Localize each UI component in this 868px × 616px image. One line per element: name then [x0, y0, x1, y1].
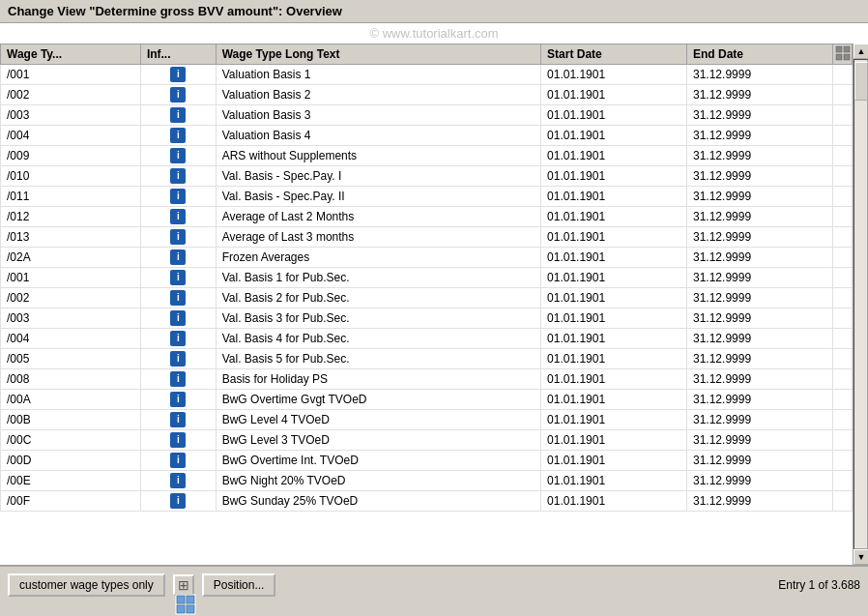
- cell-info-icon[interactable]: i: [140, 126, 216, 146]
- cell-long-text: ARS without Supplements: [216, 146, 540, 166]
- table-row[interactable]: /004iVal. Basis 4 for Pub.Sec.01.01.1901…: [1, 329, 868, 349]
- info-icon[interactable]: i: [170, 432, 186, 448]
- table-row[interactable]: /003iValuation Basis 301.01.190131.12.99…: [1, 105, 868, 126]
- cell-end-date: 31.12.9999: [687, 369, 833, 390]
- svg-rect-2: [836, 54, 842, 60]
- cell-wage-type: /001: [1, 268, 141, 288]
- info-icon[interactable]: i: [170, 107, 186, 123]
- cell-info-icon[interactable]: i: [140, 288, 216, 308]
- vertical-scrollbar[interactable]: ▲ ▼: [853, 44, 868, 565]
- cell-wage-type: /001: [1, 65, 141, 85]
- cell-wage-type: /013: [1, 227, 141, 248]
- cell-info-icon[interactable]: i: [140, 451, 216, 471]
- cell-wage-type: /011: [1, 187, 141, 207]
- table-row[interactable]: /001iVal. Basis 1 for Pub.Sec.01.01.1901…: [1, 268, 868, 288]
- cell-info-icon[interactable]: i: [140, 410, 216, 430]
- cell-info-icon[interactable]: i: [140, 166, 216, 187]
- table-row[interactable]: /002iValuation Basis 201.01.190131.12.99…: [1, 85, 868, 105]
- info-icon[interactable]: i: [170, 87, 186, 103]
- info-icon[interactable]: i: [170, 189, 186, 204]
- cell-long-text: Val. Basis 3 for Pub.Sec.: [216, 308, 540, 329]
- info-icon[interactable]: i: [170, 493, 186, 509]
- table-row[interactable]: /00EiBwG Night 20% TVOeD01.01.190131.12.…: [1, 471, 868, 491]
- cell-info-icon[interactable]: i: [140, 227, 216, 248]
- cell-info-icon[interactable]: i: [140, 65, 216, 85]
- cell-empty: [833, 329, 853, 349]
- cell-info-icon[interactable]: i: [140, 85, 216, 105]
- info-icon[interactable]: i: [170, 290, 186, 306]
- table-row[interactable]: /00CiBwG Level 3 TVOeD01.01.190131.12.99…: [1, 430, 868, 451]
- cell-wage-type: /00A: [1, 390, 141, 410]
- cell-info-icon[interactable]: i: [140, 369, 216, 390]
- info-icon[interactable]: i: [170, 249, 186, 265]
- cell-empty: [833, 65, 853, 85]
- cell-info-icon[interactable]: i: [140, 268, 216, 288]
- info-icon[interactable]: i: [170, 371, 186, 387]
- cell-info-icon[interactable]: i: [140, 146, 216, 166]
- cell-start-date: 01.01.1901: [541, 126, 687, 146]
- info-icon[interactable]: i: [170, 412, 186, 427]
- cell-empty: [833, 227, 853, 248]
- cell-info-icon[interactable]: i: [140, 187, 216, 207]
- cell-wage-type: /002: [1, 85, 141, 105]
- table-row[interactable]: /009iARS without Supplements01.01.190131…: [1, 146, 868, 166]
- table-row[interactable]: /010iVal. Basis - Spec.Pay. I01.01.19013…: [1, 166, 868, 187]
- table-row[interactable]: /001iValuation Basis 101.01.190131.12.99…: [1, 65, 868, 85]
- cell-info-icon[interactable]: i: [140, 248, 216, 268]
- cell-end-date: 31.12.9999: [687, 187, 833, 207]
- table-row[interactable]: /002iVal. Basis 2 for Pub.Sec.01.01.1901…: [1, 288, 868, 308]
- table-row[interactable]: /013iAverage of Last 3 months01.01.19013…: [1, 227, 868, 248]
- scroll-track[interactable]: [854, 59, 868, 549]
- info-icon[interactable]: i: [170, 168, 186, 184]
- cell-end-date: 31.12.9999: [687, 126, 833, 146]
- cell-info-icon[interactable]: i: [140, 207, 216, 227]
- table-row[interactable]: /003iVal. Basis 3 for Pub.Sec.01.01.1901…: [1, 308, 868, 329]
- scroll-down-button[interactable]: ▼: [854, 549, 868, 565]
- cell-info-icon[interactable]: i: [140, 390, 216, 410]
- table-row[interactable]: /00AiBwG Overtime Gvgt TVOeD01.01.190131…: [1, 390, 868, 410]
- cell-info-icon[interactable]: i: [140, 105, 216, 126]
- position-button[interactable]: Position...: [202, 573, 276, 597]
- info-icon[interactable]: i: [170, 128, 186, 143]
- table-row[interactable]: /02AiFrozen Averages01.01.190131.12.9999: [1, 248, 868, 268]
- cell-end-date: 31.12.9999: [687, 268, 833, 288]
- info-icon[interactable]: i: [170, 148, 186, 163]
- table-row[interactable]: /005iVal. Basis 5 for Pub.Sec.01.01.1901…: [1, 349, 868, 369]
- cell-info-icon[interactable]: i: [140, 471, 216, 491]
- info-icon[interactable]: i: [170, 209, 186, 224]
- info-icon[interactable]: i: [170, 392, 186, 407]
- info-icon[interactable]: i: [170, 229, 186, 245]
- table-row[interactable]: /008iBasis for Holiday PS01.01.190131.12…: [1, 369, 868, 390]
- table-row[interactable]: /004iValuation Basis 401.01.190131.12.99…: [1, 126, 868, 146]
- info-icon[interactable]: i: [170, 67, 186, 82]
- cell-info-icon[interactable]: i: [140, 308, 216, 329]
- table-row[interactable]: /00BiBwG Level 4 TVOeD01.01.190131.12.99…: [1, 410, 868, 430]
- cell-info-icon[interactable]: i: [140, 491, 216, 512]
- info-icon[interactable]: i: [170, 331, 186, 346]
- table-row[interactable]: /00DiBwG Overtime Int. TVOeD01.01.190131…: [1, 451, 868, 471]
- cell-info-icon[interactable]: i: [140, 349, 216, 369]
- cell-start-date: 01.01.1901: [541, 308, 687, 329]
- cell-empty: [833, 85, 853, 105]
- col-header-grid-icon[interactable]: [833, 44, 853, 65]
- scroll-thumb[interactable]: [854, 62, 868, 101]
- grid-icon[interactable]: [835, 50, 851, 64]
- table-row[interactable]: /011iVal. Basis - Spec.Pay. II01.01.1901…: [1, 187, 868, 207]
- svg-rect-6: [187, 596, 194, 603]
- cell-empty: [833, 187, 853, 207]
- customer-wage-types-button[interactable]: customer wage types only: [8, 573, 165, 597]
- cell-info-icon[interactable]: i: [140, 329, 216, 349]
- cell-empty: [833, 471, 853, 491]
- info-icon[interactable]: i: [170, 473, 186, 488]
- info-icon[interactable]: i: [170, 310, 186, 326]
- info-icon[interactable]: i: [170, 453, 186, 468]
- cell-info-icon[interactable]: i: [140, 430, 216, 451]
- cell-end-date: 31.12.9999: [687, 410, 833, 430]
- cell-wage-type: /002: [1, 288, 141, 308]
- position-icon-button[interactable]: [173, 574, 194, 596]
- table-row[interactable]: /012iAverage of Last 2 Months01.01.19013…: [1, 207, 868, 227]
- table-row[interactable]: /00FiBwG Sunday 25% TVOeD01.01.190131.12…: [1, 491, 868, 512]
- info-icon[interactable]: i: [170, 270, 186, 285]
- info-icon[interactable]: i: [170, 351, 186, 367]
- scroll-up-button[interactable]: ▲: [854, 44, 868, 59]
